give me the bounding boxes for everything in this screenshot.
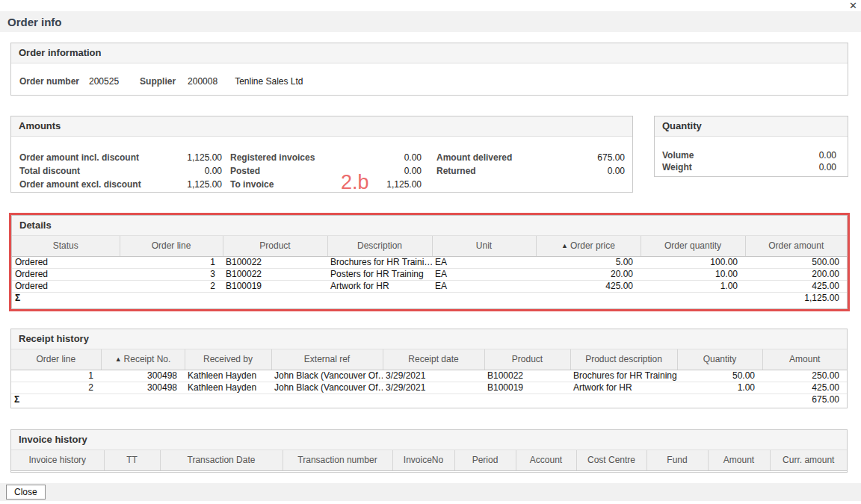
receipt-header-amount[interactable]: Amount [762,349,847,370]
close-icon[interactable]: ✕ [849,0,857,11]
quantity-title: Quantity [655,116,848,137]
invoice-header-fund[interactable]: Fund [646,450,708,470]
invoice-header-transaction-number[interactable]: Transaction number [283,450,392,470]
receipt-sum-total: 675.00 [762,393,847,405]
details-header-order-price[interactable]: ▲Order price [536,236,641,256]
amount-value: 0.00 [404,151,422,164]
amount-value: 1,125.00 [386,178,422,191]
receipt-sum-row: Σ 675.00 [11,393,847,405]
details-header-order-quantity[interactable]: Order quantity [641,236,745,256]
amount-value: 0.00 [205,164,222,178]
receipt-history-table: Order line ▲Receipt No. Received by Exte… [11,349,847,405]
amount-label: Order amount excl. discount [19,178,141,191]
supplier-label: Supplier [140,76,176,87]
details-header-order-line[interactable]: Order line [120,236,223,256]
table-cell: B100022 [484,370,570,382]
table-cell: 1 [11,370,101,382]
quantity-value: 0.00 [819,149,836,161]
receipt-history-panel: Receipt history Order line ▲Receipt No. … [10,329,848,408]
supplier-name-value: Tenline Sales Ltd [235,76,303,87]
table-cell: Ordered [12,256,120,268]
receipt-history-title: Receipt history [11,329,847,349]
amount-label: Returned [436,164,476,178]
quantity-panel: Quantity Volume0.00 Weight0.00 [654,116,848,177]
table-cell: 500.00 [745,256,847,268]
table-cell: B100019 [484,382,570,393]
table-cell: Kathleen Hayden [185,370,271,382]
table-cell: B100019 [223,280,327,292]
receipt-header-receipt-date[interactable]: Receipt date [383,349,484,370]
table-cell: 5.00 [536,256,641,268]
details-header-order-amount[interactable]: Order amount [745,236,847,256]
invoice-header-account[interactable]: Account [516,450,576,470]
invoice-header-period[interactable]: Period [454,450,516,470]
table-row: 1 300498 Kathleen Hayden John Black (Van… [11,370,847,382]
table-cell: 20.00 [536,268,641,280]
amount-value: 1,125.00 [187,178,222,191]
amount-value: 0.00 [404,164,422,178]
invoice-header-curr-amount[interactable]: Curr. amount [770,450,847,470]
order-number-value: 200525 [89,76,119,87]
receipt-header-product-description[interactable]: Product description [570,349,677,370]
table-cell: Posters for HR Training [327,268,432,280]
amount-value: 675.00 [597,151,625,164]
table-cell: 3/29/2021 [383,370,484,382]
amounts-column-1: Order amount incl. discount1,125.00 Tota… [19,151,222,191]
invoice-history-title: Invoice history [11,430,847,450]
details-title: Details [12,216,847,236]
table-cell: Ordered [12,280,120,292]
table-cell: 10.00 [641,268,745,280]
invoice-header-invoiceno[interactable]: InvoiceNo [392,450,454,470]
amount-label: Posted [230,164,260,178]
table-cell: EA [432,256,536,268]
details-header-row: Status Order line Product Description Un… [12,236,847,256]
table-cell: 2 [120,280,223,292]
quantity-body: Volume0.00 Weight0.00 [655,137,848,173]
table-cell: 425.00 [762,382,847,393]
invoice-header-transaction-date[interactable]: Transaction Date [160,450,283,470]
details-header-status[interactable]: Status [12,236,120,256]
invoice-header-cost-centre[interactable]: Cost Centre [576,450,646,470]
receipt-header-order-line[interactable]: Order line [11,349,101,370]
receipt-header-external-ref[interactable]: External ref [271,349,383,370]
table-cell: 1 [120,256,223,268]
sigma-symbol: Σ [12,292,120,304]
close-button[interactable]: Close [6,485,46,500]
table-cell: 3 [120,268,223,280]
table-cell [120,292,745,304]
amount-label: To invoice [230,178,274,191]
details-panel: Details Status Order line Product Descri… [11,215,848,309]
details-sum-row: Σ 1,125.00 [12,292,847,304]
table-row: 2 300498 Kathleen Hayden John Black (Van… [11,382,847,393]
receipt-header-receipt-no[interactable]: ▲Receipt No. [101,349,185,370]
table-cell: EA [432,268,536,280]
invoice-header-tt[interactable]: TT [104,450,160,470]
order-information-body: Order number200525Supplier200008Tenline … [11,63,848,87]
amounts-title: Amounts [11,116,632,137]
details-header-unit[interactable]: Unit [432,236,536,256]
order-number-label: Order number [19,76,79,87]
table-cell: 425.00 [745,280,847,292]
details-sum-total: 1,125.00 [745,292,847,304]
amounts-column-2: Registered invoices0.00 Posted0.00 To in… [230,151,422,191]
invoice-history-panel: Invoice history Invoice history TT Trans… [10,429,848,473]
table-cell: Artwork for HR [327,280,432,292]
receipt-header-product[interactable]: Product [484,349,570,370]
table-cell: Brochures for HR Traini… [327,256,432,268]
table-cell: 425.00 [536,280,641,292]
invoice-header-invoice-history[interactable]: Invoice history [11,450,104,470]
dialog-titlebar: Order info [0,11,861,32]
table-cell: 2 [11,382,101,393]
details-header-product[interactable]: Product [223,236,327,256]
amount-label: Total discount [19,164,80,178]
table-cell: B100022 [223,268,327,280]
table-cell: Brochures for HR Training [570,370,677,382]
receipt-header-quantity[interactable]: Quantity [677,349,762,370]
invoice-header-amount[interactable]: Amount [708,450,770,470]
details-header-description[interactable]: Description [327,236,432,256]
table-row: Ordered 2 B100019 Artwork for HR EA 425.… [12,280,847,292]
receipt-header-received-by[interactable]: Received by [185,349,271,370]
sort-ascending-icon: ▲ [115,355,122,363]
page-title: Order info [7,16,62,28]
table-cell: 200.00 [745,268,847,280]
